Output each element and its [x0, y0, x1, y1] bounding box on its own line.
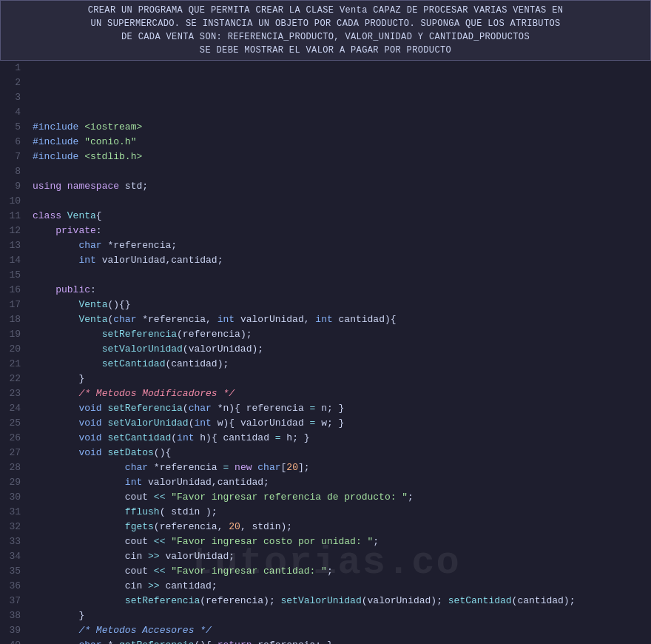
code-line-11: class Venta{ [33, 209, 651, 224]
tooltip-line1: CREAR UN PROGRAMA QUE PERMITA CREAR LA C… [7, 4, 644, 17]
code-line-16: public: [33, 283, 651, 298]
code-line-19: setReferencia(referencia); [33, 327, 651, 342]
code-line-25: void setValorUnidad(int w){ valorUnidad … [33, 416, 651, 431]
code-line-14: int valorUnidad,cantidad; [33, 253, 651, 268]
code-line-12: private: [33, 224, 651, 238]
code-line-17: Venta(){} [33, 298, 651, 312]
code-line-3 [33, 90, 651, 105]
code-line-40: char * getReferencia(){ return referenci… [33, 638, 651, 644]
code-line-30: cout << "Favor ingresar referencia de pr… [33, 490, 651, 505]
code-line-5: #include <iostream> [33, 120, 651, 135]
code-line-22: } [33, 372, 651, 386]
tooltip-line3: DE CADA VENTA SON: REFERENCIA_PRODUCTO, … [7, 30, 644, 44]
code-line-24: void setReferencia(char *n){ referencia … [33, 401, 651, 416]
code-line-31: fflush( stdin ); [33, 505, 651, 520]
code-line-29: int valorUnidad,cantidad; [33, 475, 651, 490]
code-line-26: void setCantidad(int h){ cantidad = h; } [33, 431, 651, 446]
code-line-1 [33, 61, 651, 76]
tooltip-line4: SE DEBE MOSTRAR EL VALOR A PAGAR POR PRO… [7, 44, 644, 57]
code-line-39: /* Metodos Accesores */ [33, 623, 651, 638]
code-content: #include <iostream> #include "conio.h" #… [27, 61, 651, 644]
code-line-8 [33, 164, 651, 179]
code-line-6: #include "conio.h" [33, 135, 651, 150]
code-line-28: char *referencia = new char[20]; [33, 460, 651, 475]
code-line-7: #include <stdlib.h> [33, 150, 651, 164]
code-line-36: cin >> cantidad; [33, 579, 651, 594]
code-line-27: void setDatos(){ [33, 446, 651, 460]
code-line-4 [33, 105, 651, 120]
code-line-34: cin >> valorUnidad; [33, 549, 651, 564]
code-line-9: using namespace std; [33, 179, 651, 194]
code-line-10 [33, 194, 651, 209]
tooltip-line2: UN SUPERMERCADO. SE INSTANCIA UN OBJETO … [7, 17, 644, 30]
code-line-32: fgets(referencia, 20, stdin); [33, 520, 651, 534]
code-editor: CREAR UN PROGRAMA QUE PERMITA CREAR LA C… [0, 0, 651, 644]
code-line-38: } [33, 608, 651, 623]
code-line-33: cout << "Favor ingresar costo por unidad… [33, 534, 651, 549]
code-line-20: setValorUnidad(valorUnidad); [33, 342, 651, 357]
line-numbers: 12345 678910 1112131415 1617181920 21222… [0, 61, 27, 644]
code-line-2 [33, 76, 651, 90]
code-line-21: setCantidad(cantidad); [33, 357, 651, 372]
tooltip-banner: CREAR UN PROGRAMA QUE PERMITA CREAR LA C… [0, 0, 651, 61]
code-line-37: setReferencia(referencia); setValorUnida… [33, 594, 651, 608]
code-line-13: char *referencia; [33, 238, 651, 253]
code-line-18: Venta(char *referencia, int valorUnidad,… [33, 312, 651, 327]
code-line-15 [33, 268, 651, 283]
code-area: 12345 678910 1112131415 1617181920 21222… [0, 61, 651, 644]
code-line-35: cout << "Favor ingresar cantidad: "; [33, 564, 651, 579]
code-line-23: /* Metodos Modificadores */ [33, 386, 651, 401]
